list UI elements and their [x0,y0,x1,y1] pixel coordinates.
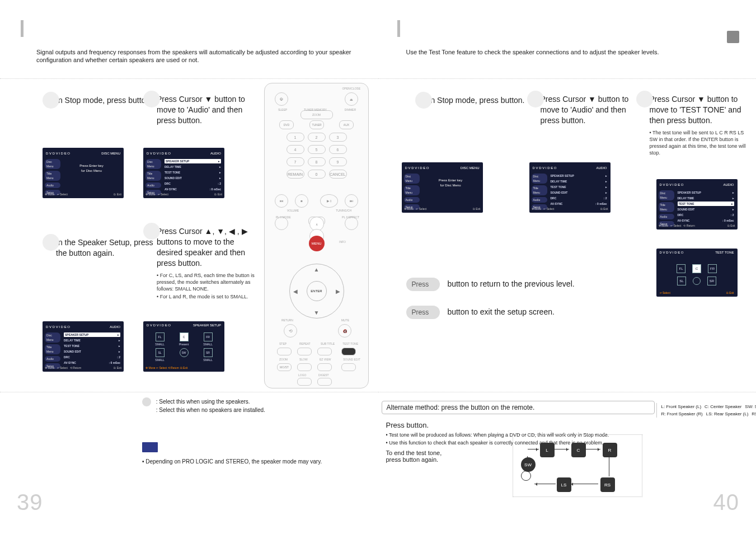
step-1: In Stop mode, press button. [429,95,529,106]
intro-left: Signal outputs and frequency responses f… [36,48,361,64]
step-text: Press Cursor ▼ button to move to 'TEST T… [650,94,750,126]
divider-top [378,78,757,79]
press-badge: Press [406,306,440,319]
step-badge [527,91,544,107]
speaker-legend: L: Front Speaker (L) C: Center Speaker S… [656,403,757,418]
legend-swatch [142,397,151,406]
step-text: Press Cursor ▼ button to move to 'Audio'… [541,94,641,126]
step-3: Press Cursor ▼ button to move to 'TEST T… [650,94,750,157]
play-pause-icon: ▶॥ [320,194,338,208]
page-left: Signal outputs and frequency responses f… [0,0,378,534]
step-text: button to return to the previous level. [447,279,574,288]
step-text: Press Cursor ▼ button to move to 'Audio'… [157,94,257,126]
osd-disc-menu: D V D V I D E ODISC MENU Disc MenuTitle … [402,162,483,213]
alt-heading: Press button. [386,421,649,429]
remote-control: OPEN/CLOSE ⏻ ⏏ ZOOM SLEEP TUNER MEMORY D… [264,83,369,388]
prev-icon: ⏮ [275,194,288,208]
legend-text: : Select this when using the speakers. [156,399,250,405]
divider-top [0,78,378,79]
note-icon [142,442,158,452]
mute-icon: 🔇 [338,324,351,338]
return-button: ⟲ [284,324,297,338]
step-text: In the Speaker Setup, press the button a… [56,237,157,259]
alternate-method: Alternate method: press the button on th… [382,401,655,414]
page-number: 40 [713,490,740,515]
enter-button: ENTER [307,281,327,301]
step-4: Press button to return to the previous l… [406,278,656,291]
step-badge [43,234,59,251]
alt-line: Alternate method: press the button on th… [387,404,535,411]
list-item: For L and R, the mode is set to SMALL. [157,293,257,300]
step-4: Press Cursor ▲, ▼, ◀ , ▶ buttons to move… [157,226,257,301]
step-text: Press Cursor ▲, ▼, ◀ , ▶ buttons to move… [157,226,257,269]
step-2: Press Cursor ▼ button to move to 'Audio'… [157,94,257,126]
step-badge [415,92,432,109]
step-badge [636,91,653,107]
step-2: Press Cursor ▼ button to move to 'Audio'… [541,94,641,126]
osd-msg: Press Enter keyfor Disc Menu [59,163,124,174]
dpad: ▲▼ ◀▶ ENTER [289,264,344,318]
accent-bar [21,20,24,37]
step-1: In Stop mode, press button. [56,95,157,106]
menu-button: MENU [309,236,325,251]
intro-right: Use the Test Tone feature to check the s… [406,48,740,56]
step-text: In Stop mode, press button. [429,95,529,106]
osd-audio-menu-2: D V D V I D E OAUDIO Disc MenuTitle Menu… [43,321,124,372]
step-5: Press button to exit the setup screen. [406,306,656,319]
divider-bottom [378,392,757,392]
step-text: button to exit the setup screen. [447,307,554,316]
osd-audio-menu: D V D V I D E OAUDIO Disc MenuTitle Menu… [529,162,611,213]
osd-audio-testtone: D V D V I D E OAUDIO Disc MenuTitle Menu… [656,179,738,229]
step-badge [43,92,59,109]
note: • Depending on PRO LOGIC and STEREO, the… [142,442,322,465]
accent-bar [397,20,400,37]
legend: : Select this when using the speakers. :… [142,397,265,414]
note-text: • Depending on PRO LOGIC and STEREO, the… [142,458,322,465]
remote-keypad: 123 456 789 REMAIN0CANCEL [287,133,347,179]
osd-test-tone: D V D V I D E OTEST TONE FL C FR SL SR ↵… [656,249,738,297]
corner-tab [727,31,739,43]
osd-audio-menu: D V D V I D E OAUDIO Disc MenuTitle Menu… [143,148,224,198]
step-notes: For C, LS, and RS, each time the button … [157,272,257,300]
page-right: Use the Test Tone feature to check the s… [378,0,757,534]
page-number: 39 [17,490,43,515]
list-item: The test tone will be sent to L C R RS L… [650,129,750,156]
eject-icon: ⏏ [345,92,358,106]
step-badge [143,223,160,240]
intro-text: Use the Test Tone feature to check the s… [406,49,659,55]
power-icon: ⏻ [275,92,288,106]
step-text: In Stop mode, press button. [56,95,157,106]
step-notes: The test tone will be sent to L C R RS L… [650,129,750,156]
press-badge: Press [406,278,440,291]
speaker-diagram: L C R SW LS RS [513,434,642,497]
osd-speaker-setup: D V D V I D E OSPEAKER SETUP FLSMALL CPr… [143,321,224,372]
legend-text: : Select this when no speakers are insta… [156,407,265,413]
next-icon: ⏭ [345,194,358,208]
list-item: For C, LS, and RS, each time the button … [157,272,257,292]
intro-text: Signal outputs and frequency responses f… [36,49,351,63]
osd-disc-menu: D V D V I D E ODISC MENU Disc MenuTitle … [43,148,124,198]
step-badge [143,91,160,107]
stop-icon: ■ [295,194,308,208]
step-3: In the Speaker Setup, press the button a… [56,237,157,259]
divider-bottom [0,392,378,392]
